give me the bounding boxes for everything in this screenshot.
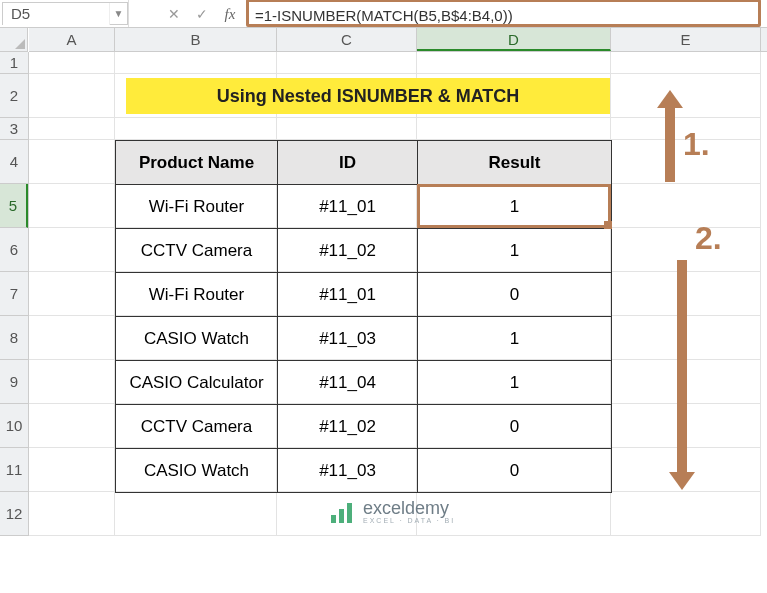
cell-result[interactable]: 0 bbox=[418, 405, 612, 449]
row-header-2[interactable]: 2 bbox=[0, 74, 28, 118]
row-header-6[interactable]: 6 bbox=[0, 228, 28, 272]
cell-product[interactable]: CASIO Watch bbox=[116, 317, 278, 361]
fx-icon[interactable]: fx bbox=[216, 0, 244, 28]
cell[interactable] bbox=[277, 52, 417, 74]
bars-icon bbox=[329, 501, 355, 523]
cell[interactable] bbox=[115, 118, 277, 140]
header-id: ID bbox=[278, 141, 418, 185]
row-header-3[interactable]: 3 bbox=[0, 118, 28, 140]
cell[interactable] bbox=[611, 74, 761, 118]
cell[interactable] bbox=[29, 448, 115, 492]
table-row: CASIO Calculator#11_041 bbox=[116, 361, 612, 405]
row-1 bbox=[29, 52, 767, 74]
cell[interactable] bbox=[417, 118, 611, 140]
cancel-icon[interactable]: ✕ bbox=[160, 0, 188, 28]
brand-logo: exceldemy EXCEL · DATA · BI bbox=[329, 499, 455, 524]
formula-input[interactable]: =1-ISNUMBER(MATCH(B5,B$4:B4,0)) bbox=[246, 0, 761, 27]
table-row: Wi-Fi Router#11_010 bbox=[116, 273, 612, 317]
cell[interactable] bbox=[29, 184, 115, 228]
cell-product[interactable]: CASIO Watch bbox=[116, 449, 278, 493]
cell[interactable] bbox=[417, 52, 611, 74]
cell-result[interactable]: 1 bbox=[418, 229, 612, 273]
arrow-down-icon bbox=[675, 260, 689, 490]
cell-id[interactable]: #11_01 bbox=[278, 185, 418, 229]
name-box[interactable]: D5 bbox=[3, 3, 109, 25]
cell-id[interactable]: #11_04 bbox=[278, 361, 418, 405]
grid-body: Using Nested ISNUMBER & MATCH Product Na… bbox=[29, 52, 767, 536]
arrow-up-icon bbox=[663, 90, 677, 182]
select-all-corner[interactable] bbox=[0, 28, 28, 52]
cell[interactable] bbox=[29, 228, 115, 272]
row-3 bbox=[29, 118, 767, 140]
cell-result[interactable]: 1 bbox=[418, 361, 612, 405]
cell[interactable] bbox=[115, 492, 277, 536]
col-header-E[interactable]: E bbox=[611, 28, 761, 51]
cell-product[interactable]: Wi-Fi Router bbox=[116, 185, 278, 229]
row-header-5[interactable]: 5 bbox=[0, 184, 28, 228]
cell-id[interactable]: #11_02 bbox=[278, 405, 418, 449]
cell-result[interactable]: 1 bbox=[418, 185, 612, 229]
cell[interactable] bbox=[29, 404, 115, 448]
row-header-8[interactable]: 8 bbox=[0, 316, 28, 360]
name-box-wrap: D5 ▼ bbox=[2, 2, 128, 25]
callout-2: 2. bbox=[695, 220, 722, 257]
cell-result[interactable]: 1 bbox=[418, 317, 612, 361]
cell[interactable] bbox=[29, 316, 115, 360]
row-headers: 1 2 3 4 5 6 7 8 9 10 11 12 bbox=[0, 52, 29, 536]
cell[interactable] bbox=[29, 52, 115, 74]
table-header-row: Product Name ID Result bbox=[116, 141, 612, 185]
row-header-4[interactable]: 4 bbox=[0, 140, 28, 184]
right-strip: A B C D E Using Nested ISNUMBER & MATCH bbox=[29, 28, 767, 593]
formula-bar-row: D5 ▼ ✕ ✓ fx =1-ISNUMBER(MATCH(B5,B$4:B4,… bbox=[0, 0, 767, 28]
confirm-icon[interactable]: ✓ bbox=[188, 0, 216, 28]
col-header-D[interactable]: D bbox=[417, 28, 611, 51]
brand-tagline: EXCEL · DATA · BI bbox=[363, 517, 455, 524]
cell-result[interactable]: 0 bbox=[418, 449, 612, 493]
row-header-12[interactable]: 12 bbox=[0, 492, 28, 536]
table-row: CASIO Watch#11_031 bbox=[116, 317, 612, 361]
name-box-dropdown-icon[interactable]: ▼ bbox=[109, 3, 127, 25]
bar-gap bbox=[128, 0, 160, 27]
cell-product[interactable]: Wi-Fi Router bbox=[116, 273, 278, 317]
spreadsheet: 1 2 3 4 5 6 7 8 9 10 11 12 A B C D E bbox=[0, 28, 767, 593]
formula-buttons: ✕ ✓ fx bbox=[160, 0, 244, 27]
left-strip: 1 2 3 4 5 6 7 8 9 10 11 12 bbox=[0, 28, 29, 593]
header-result: Result bbox=[418, 141, 612, 185]
table-row: CCTV Camera#11_021 bbox=[116, 229, 612, 273]
column-headers: A B C D E bbox=[29, 28, 767, 52]
cell-result[interactable]: 0 bbox=[418, 273, 612, 317]
brand-text: exceldemy EXCEL · DATA · BI bbox=[363, 499, 455, 524]
cell[interactable] bbox=[29, 492, 115, 536]
table-row: Wi-Fi Router#11_011 bbox=[116, 185, 612, 229]
cell-product[interactable]: CCTV Camera bbox=[116, 405, 278, 449]
cell[interactable] bbox=[277, 118, 417, 140]
col-header-C[interactable]: C bbox=[277, 28, 417, 51]
cell[interactable] bbox=[29, 360, 115, 404]
row-header-11[interactable]: 11 bbox=[0, 448, 28, 492]
cell-id[interactable]: #11_03 bbox=[278, 317, 418, 361]
cell[interactable] bbox=[115, 52, 277, 74]
brand-name: exceldemy bbox=[363, 499, 455, 517]
row-header-7[interactable]: 7 bbox=[0, 272, 28, 316]
cell[interactable] bbox=[29, 118, 115, 140]
cell-product[interactable]: CCTV Camera bbox=[116, 229, 278, 273]
data-table: Product Name ID Result Wi-Fi Router#11_0… bbox=[115, 140, 612, 493]
row-header-9[interactable]: 9 bbox=[0, 360, 28, 404]
cell-id[interactable]: #11_03 bbox=[278, 449, 418, 493]
row-header-10[interactable]: 10 bbox=[0, 404, 28, 448]
col-header-B[interactable]: B bbox=[115, 28, 277, 51]
cell[interactable] bbox=[29, 74, 115, 118]
header-product: Product Name bbox=[116, 141, 278, 185]
title-band: Using Nested ISNUMBER & MATCH bbox=[126, 78, 610, 114]
table-row: CCTV Camera#11_020 bbox=[116, 405, 612, 449]
cell[interactable] bbox=[29, 272, 115, 316]
cell-id[interactable]: #11_01 bbox=[278, 273, 418, 317]
col-header-A[interactable]: A bbox=[29, 28, 115, 51]
cell[interactable] bbox=[611, 492, 761, 536]
row-header-1[interactable]: 1 bbox=[0, 52, 28, 74]
cell[interactable] bbox=[611, 184, 761, 228]
cell-product[interactable]: CASIO Calculator bbox=[116, 361, 278, 405]
cell[interactable] bbox=[29, 140, 115, 184]
cell-id[interactable]: #11_02 bbox=[278, 229, 418, 273]
cell[interactable] bbox=[611, 52, 761, 74]
